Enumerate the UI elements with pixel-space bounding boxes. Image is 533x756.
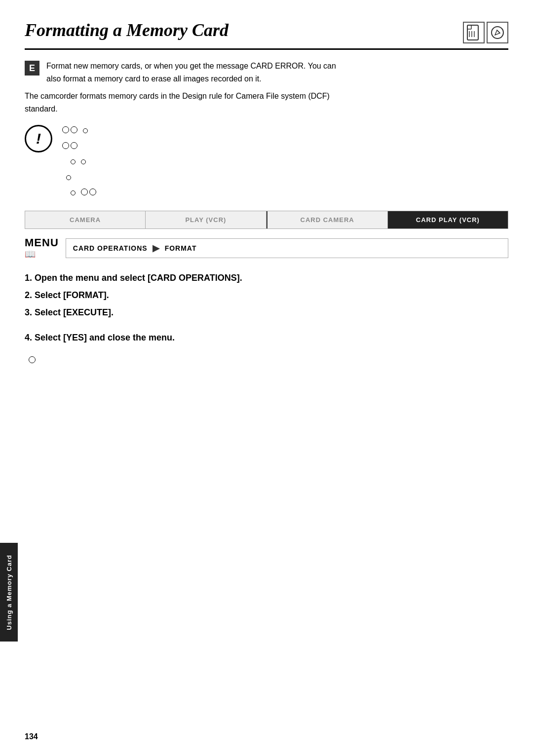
- step-2: 2. Select [FORMAT].: [25, 289, 508, 302]
- menu-path-arrow: ▶: [152, 243, 160, 254]
- memory-card-icon: [463, 22, 485, 43]
- svg-line-6: [497, 30, 500, 33]
- menu-book-icon: 📖: [25, 249, 36, 260]
- intro-line1: Format new memory cards, or when you get…: [46, 62, 336, 70]
- intro-text: Format new memory cards, or when you get…: [46, 60, 336, 85]
- intro-section: E Format new memory cards, or when you g…: [25, 60, 508, 85]
- warning-line5: [62, 185, 98, 201]
- warning-line1: [62, 123, 98, 139]
- dcf-text: The camcorder formats memory cards in th…: [25, 90, 508, 115]
- step4-indicator: [25, 356, 508, 365]
- main-content: Formatting a Memory Card: [25, 0, 508, 365]
- svg-point-5: [492, 27, 503, 38]
- warning-line2: [62, 139, 98, 154]
- warning-section: [25, 123, 508, 201]
- side-tab: Using a Memory Card: [0, 543, 18, 642]
- page-number: 134: [25, 732, 38, 741]
- e-badge: E: [25, 61, 39, 76]
- menu-path-box: CARD OPERATIONS ▶ FORMAT: [66, 238, 508, 258]
- menu-row: MENU 📖 CARD OPERATIONS ▶ FORMAT: [25, 237, 508, 260]
- menu-path-item2: FORMAT: [165, 244, 197, 252]
- tab-card-camera[interactable]: CARD CAMERA: [266, 211, 388, 228]
- header-icons: [463, 22, 508, 43]
- tab-play-vcr[interactable]: PLAY (VCR): [146, 211, 266, 228]
- warning-icon: [25, 125, 52, 152]
- step-3: 3. Select [EXECUTE].: [25, 306, 508, 319]
- side-tab-text: Using a Memory Card: [5, 555, 13, 630]
- tab-camera[interactable]: CAMERA: [25, 211, 146, 228]
- page-container: Using a Memory Card Formatting a Memory …: [0, 0, 533, 756]
- pen-icon: [487, 22, 508, 43]
- dcf-line1: The camcorder formats memory cards in th…: [25, 92, 330, 100]
- warning-line3: [62, 154, 98, 170]
- intro-line2: also format a memory card to erase all i…: [46, 75, 262, 83]
- dcf-line2: standard.: [25, 105, 58, 113]
- page-title: Formatting a Memory Card: [25, 20, 228, 40]
- warning-line4: [62, 170, 98, 186]
- menu-text: MENU: [25, 237, 59, 249]
- menu-label: MENU 📖: [25, 237, 59, 260]
- step-1: 1. Open the menu and select [CARD OPERAT…: [25, 271, 508, 285]
- menu-path-item1: CARD OPERATIONS: [73, 244, 148, 252]
- step-4: 4. Select [YES] and close the menu.: [25, 331, 508, 344]
- steps: 1. Open the menu and select [CARD OPERAT…: [25, 271, 508, 365]
- tab-card-play-vcr[interactable]: CARD PLAY (VCR): [388, 211, 508, 228]
- mode-bar: CAMERA PLAY (VCR) CARD CAMERA CARD PLAY …: [25, 211, 508, 229]
- warning-circles: [62, 123, 98, 201]
- page-header: Formatting a Memory Card: [25, 20, 508, 50]
